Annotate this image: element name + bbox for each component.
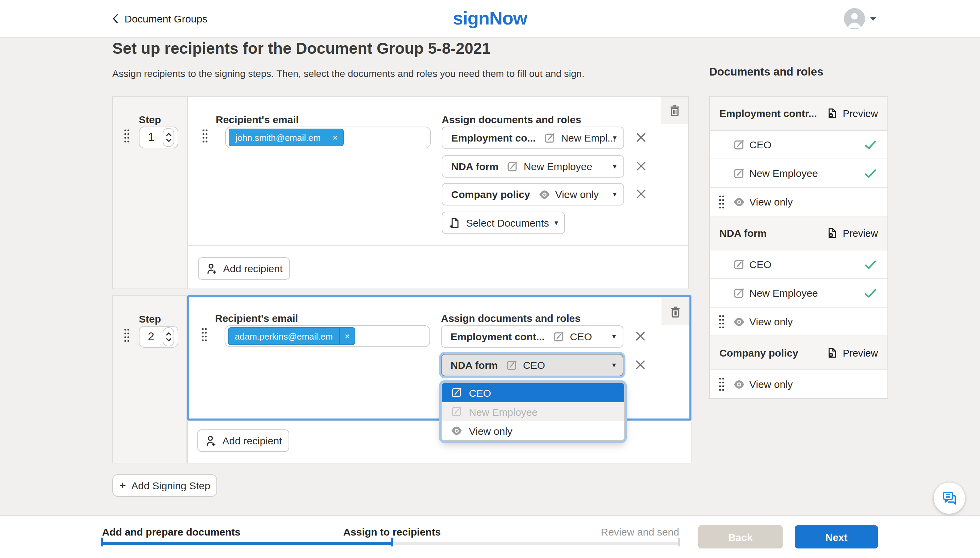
caret-down-icon: ▾	[554, 218, 558, 227]
option-label: New Employee	[469, 406, 538, 417]
document-section-header: Company policy Preview	[710, 336, 888, 370]
pencil-square-icon	[506, 359, 518, 371]
select-documents-button[interactable]: Select Documents ▾	[442, 212, 565, 234]
preview-label: Preview	[843, 228, 878, 238]
check-icon	[864, 288, 877, 298]
delete-step-button[interactable]	[661, 97, 688, 124]
stage-review-and-send: Review and send	[601, 526, 679, 538]
remove-document-role-button[interactable]	[635, 331, 646, 341]
add-recipient-label: Add recipient	[222, 435, 282, 446]
top-header: Document Groups signNow	[0, 0, 980, 38]
role-name: CEO	[570, 331, 592, 342]
dropdown-option-new-employee[interactable]: New Employee	[442, 402, 624, 421]
next-button[interactable]: Next	[795, 525, 878, 548]
support-chat-button[interactable]	[934, 483, 965, 514]
remove-document-role-button[interactable]	[635, 189, 647, 199]
eye-icon	[733, 195, 745, 208]
pencil-square-icon	[544, 132, 556, 144]
document-section-header: NDA form Preview	[710, 217, 888, 250]
step-number-value: 2	[140, 330, 163, 344]
preview-link[interactable]: Preview	[827, 227, 878, 239]
email-chip-text: john.smith@email.em	[229, 132, 327, 143]
wizard-footer: Add and prepare documents Assign to reci…	[0, 515, 980, 558]
eye-icon	[538, 188, 551, 200]
document-plus-icon	[448, 217, 461, 229]
document-role-select[interactable]: Employment cont... CEO ▾	[441, 325, 624, 348]
remove-document-role-button[interactable]	[635, 132, 647, 143]
role-row: View only	[710, 308, 888, 336]
role-label: View only	[749, 378, 793, 390]
back-button[interactable]: Back	[698, 525, 783, 548]
avatar	[844, 8, 865, 29]
step-column: Step 2	[112, 295, 187, 463]
delete-step-button[interactable]	[662, 298, 689, 325]
signing-step-card-2: Step 2 Recipient's email	[112, 295, 691, 463]
assign-documents-label: Assign documents and roles	[442, 114, 581, 125]
recipient-email-input[interactable]: john.smith@email.em ✕	[225, 126, 431, 148]
document-name: Employment co...	[451, 132, 535, 144]
add-signing-step-button[interactable]: + Add Signing Step	[112, 474, 217, 497]
role-row: CEO	[710, 131, 888, 159]
role-dropdown-menu: CEO New Employee View only	[441, 382, 625, 441]
signing-step-card-1: Step 1 Recipient's email john.smith@emai…	[112, 96, 689, 289]
add-recipient-button[interactable]: Add recipient	[197, 429, 289, 452]
stage-add-and-prepare: Add and prepare documents	[102, 526, 241, 538]
email-chip-remove-icon[interactable]: ✕	[339, 328, 355, 344]
account-menu[interactable]	[844, 0, 877, 38]
documents-and-roles-heading: Documents and roles	[709, 65, 824, 78]
recipient-drag-handle[interactable]	[202, 327, 208, 342]
remove-document-role-button[interactable]	[635, 359, 646, 370]
remove-document-role-button[interactable]	[635, 161, 647, 171]
role-name: CEO	[523, 359, 545, 371]
step-number-stepper[interactable]: 1	[139, 126, 178, 148]
document-role-select[interactable]: Employment co... New Empl... ▾	[442, 126, 624, 149]
document-preview-icon	[827, 227, 838, 239]
document-role-select[interactable]: Company policy View only ▾	[442, 183, 624, 205]
role-row: New Employee	[710, 159, 888, 188]
role-drag-handle[interactable]	[719, 377, 725, 392]
document-name: NDA form	[451, 359, 498, 371]
recipients-email-label: Recipient's email	[216, 114, 299, 125]
add-recipient-button[interactable]: Add recipient	[198, 257, 290, 280]
pencil-square-icon	[451, 387, 463, 399]
divider	[188, 245, 688, 246]
document-role-select-focused[interactable]: NDA form CEO ▾	[441, 354, 624, 376]
caret-down-icon: ▾	[613, 133, 617, 142]
preview-link[interactable]: Preview	[827, 108, 878, 119]
recipients-email-label: Recipient's email	[215, 312, 298, 324]
step-drag-handle[interactable]	[124, 129, 130, 144]
role-drag-handle[interactable]	[719, 314, 725, 329]
step-number-value: 1	[140, 131, 163, 144]
check-icon	[864, 259, 877, 269]
step-column: Step 1	[113, 97, 188, 289]
document-role-select[interactable]: NDA form New Employee ▾	[442, 155, 624, 177]
recipient-email-input[interactable]: adam.perkins@email.em ✕	[225, 325, 430, 347]
email-chip-text: adam.perkins@email.em	[229, 331, 339, 341]
step-spinner-buttons[interactable]	[163, 327, 174, 346]
check-icon	[864, 140, 877, 149]
dropdown-option-ceo[interactable]: CEO	[442, 383, 624, 402]
role-row: CEO	[710, 250, 888, 279]
select-documents-label: Select Documents	[466, 217, 549, 229]
eye-icon	[451, 425, 463, 437]
step-drag-handle[interactable]	[124, 328, 130, 343]
progress-tick	[678, 538, 680, 547]
email-chip: john.smith@email.em ✕	[229, 129, 343, 146]
signnow-logo: signNow	[0, 0, 980, 38]
step-number-stepper[interactable]: 2	[139, 326, 178, 348]
document-name: Employment contr...	[719, 108, 827, 119]
email-chip-remove-icon[interactable]: ✕	[327, 129, 343, 146]
role-row: New Employee	[710, 279, 888, 308]
dropdown-option-view-only[interactable]: View only	[442, 421, 624, 440]
preview-label: Preview	[843, 347, 878, 358]
person-plus-icon	[205, 435, 217, 447]
role-drag-handle[interactable]	[719, 194, 725, 209]
preview-link[interactable]: Preview	[827, 347, 878, 359]
add-signing-step-label: Add Signing Step	[131, 480, 210, 491]
recipient-drag-handle[interactable]	[202, 129, 208, 144]
page-subtitle: Assign recipients to the signing steps. …	[112, 68, 584, 79]
step-spinner-buttons[interactable]	[163, 128, 174, 147]
add-recipient-label: Add recipient	[223, 263, 282, 274]
caret-down-icon: ▾	[613, 162, 617, 171]
caret-down-icon: ▾	[612, 332, 616, 341]
